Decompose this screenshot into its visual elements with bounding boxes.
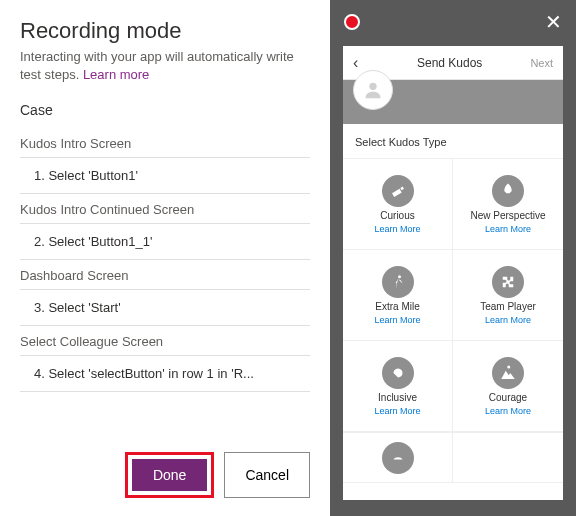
kudo-learn-link[interactable]: Learn More (374, 315, 420, 325)
kudo-card-new-perspective[interactable]: New Perspective Learn More (453, 159, 563, 250)
kudo-name: Inclusive (378, 392, 417, 403)
partial-icon (382, 442, 414, 474)
panel-subtitle: Interacting with your app will automatic… (20, 48, 310, 84)
subtitle-text: Interacting with your app will automatic… (20, 49, 294, 82)
kudo-name: New Perspective (470, 210, 545, 221)
step-item[interactable]: 3. Select 'Start' (20, 290, 310, 326)
step-item[interactable]: 4. Select 'selectButton' in row 1 in 'R.… (20, 356, 310, 392)
step-item[interactable]: 1. Select 'Button1' (20, 158, 310, 194)
case-label: Case (20, 102, 310, 118)
phone-screen-title: Send Kudos (369, 56, 530, 70)
kudo-card-partial[interactable] (343, 433, 453, 483)
kudo-card-team-player[interactable]: Team Player Learn More (453, 250, 563, 341)
kudo-card-curious[interactable]: Curious Learn More (343, 159, 453, 250)
section-header: Select Colleague Screen (20, 326, 310, 356)
kudos-grid-partial (343, 432, 563, 483)
panel-title: Recording mode (20, 18, 310, 44)
preview-panel: ✕ ‹ Send Kudos Next Select Kudos Type Cu… (330, 0, 576, 516)
section-header: Dashboard Screen (20, 260, 310, 290)
select-kudos-label: Select Kudos Type (343, 124, 563, 158)
svg-point-0 (369, 83, 376, 90)
avatar-band (343, 80, 563, 124)
kudo-card-inclusive[interactable]: Inclusive Learn More (343, 341, 453, 432)
kudo-card-courage[interactable]: Courage Learn More (453, 341, 563, 432)
step-item[interactable]: 2. Select 'Button1_1' (20, 224, 310, 260)
section-header: Kudos Intro Continued Screen (20, 194, 310, 224)
record-indicator-icon (344, 14, 360, 30)
back-icon[interactable]: ‹ (353, 54, 369, 72)
kudo-name: Team Player (480, 301, 536, 312)
kudo-learn-link[interactable]: Learn More (485, 315, 531, 325)
puzzle-icon (492, 266, 524, 298)
next-button[interactable]: Next (530, 57, 553, 69)
close-icon[interactable]: ✕ (545, 10, 562, 34)
phone-preview: ‹ Send Kudos Next Select Kudos Type Curi… (343, 46, 563, 500)
kudo-name: Extra Mile (375, 301, 419, 312)
kudos-grid: Curious Learn More New Perspective Learn… (343, 158, 563, 432)
kudo-learn-link[interactable]: Learn More (374, 406, 420, 416)
telescope-icon (382, 175, 414, 207)
kudo-card-partial[interactable] (453, 433, 563, 483)
hands-icon (382, 357, 414, 389)
kudo-learn-link[interactable]: Learn More (485, 224, 531, 234)
section-header: Kudos Intro Screen (20, 128, 310, 158)
rocket-icon (492, 175, 524, 207)
mountain-icon (492, 357, 524, 389)
avatar[interactable] (353, 70, 393, 110)
done-highlight: Done (125, 452, 214, 498)
cancel-button[interactable]: Cancel (224, 452, 310, 498)
button-bar: Done Cancel (125, 452, 310, 498)
svg-point-1 (398, 275, 401, 278)
learn-more-link[interactable]: Learn more (83, 67, 149, 82)
kudo-card-extra-mile[interactable]: Extra Mile Learn More (343, 250, 453, 341)
kudo-learn-link[interactable]: Learn More (374, 224, 420, 234)
person-icon (362, 79, 384, 101)
kudo-name: Courage (489, 392, 527, 403)
recording-mode-panel: Recording mode Interacting with your app… (0, 0, 330, 516)
done-button[interactable]: Done (132, 459, 207, 491)
kudo-name: Curious (380, 210, 414, 221)
runner-icon (382, 266, 414, 298)
kudo-learn-link[interactable]: Learn More (485, 406, 531, 416)
